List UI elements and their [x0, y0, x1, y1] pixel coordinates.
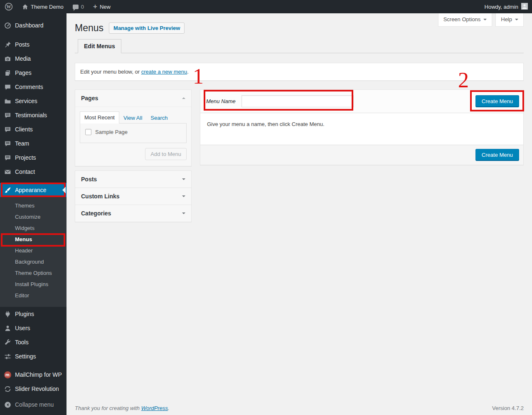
sidebar-item-label: Settings [15, 353, 36, 360]
tab-edit-menus[interactable]: Edit Menus [78, 39, 121, 53]
sidebar-item-pages[interactable]: Pages [0, 66, 66, 80]
categories-metabox-title: Categories [81, 210, 111, 217]
sidebar-item-clients[interactable]: Clients [0, 122, 66, 136]
submenu-item-install-plugins[interactable]: Install Plugins [0, 279, 66, 290]
sidebar-item-label: Slider Revolution [15, 385, 59, 392]
sidebar-item-settings[interactable]: Settings [0, 349, 66, 363]
chat-icon [3, 112, 12, 119]
create-menu-button-bottom[interactable]: Create Menu [475, 149, 519, 161]
appearance-submenu: Themes Customize Widgets Menus Header Ba… [0, 197, 66, 307]
menu-name-bar: Menu Name Create Menu [200, 90, 523, 113]
sidebar-item-plugins[interactable]: Plugins [0, 307, 66, 321]
sidebar-item-media[interactable]: Media [0, 52, 66, 66]
pages-metabox-header[interactable]: Pages [75, 90, 191, 107]
collapse-menu-button[interactable]: Collapse menu [0, 398, 66, 412]
slider-revolution-icon [3, 385, 12, 393]
sidebar-item-label: Users [15, 325, 30, 331]
sidebar-item-projects[interactable]: Projects [0, 151, 66, 165]
site-link[interactable]: Theme Demo [17, 0, 68, 13]
sidebar-item-comments[interactable]: Comments [0, 80, 66, 94]
most-recent-panel: Sample Page [80, 123, 187, 143]
posts-metabox: Posts [75, 170, 192, 188]
categories-metabox-header[interactable]: Categories [75, 205, 191, 222]
custom-links-metabox-header[interactable]: Custom Links [75, 188, 191, 205]
sidebar-item-users[interactable]: Users [0, 321, 66, 335]
submenu-item-themes[interactable]: Themes [0, 200, 66, 211]
home-icon [22, 4, 28, 10]
sidebar-item-label: Projects [15, 154, 36, 161]
sidebar-item-label: Tools [15, 339, 29, 346]
submenu-item-customize[interactable]: Customize [0, 211, 66, 222]
menu-name-input[interactable] [241, 95, 354, 107]
chevron-down-icon [515, 19, 518, 22]
sidebar-item-label: Appearance [15, 187, 47, 193]
create-new-menu-link[interactable]: create a new menu [141, 69, 187, 75]
wordpress-menu[interactable]: W [0, 0, 17, 13]
new-content-menu[interactable]: + New [89, 0, 115, 13]
sidebar-item-team[interactable]: Team [0, 136, 66, 151]
sidebar-item-tools[interactable]: Tools [0, 335, 66, 349]
expand-down-icon [182, 212, 185, 216]
menu-help-text: Give your menu a name, then click Create… [207, 121, 325, 127]
sidebar-item-label: Team [15, 140, 29, 147]
plus-icon: + [93, 3, 97, 10]
screen-options-label: Screen Options [443, 16, 481, 22]
howdy-admin[interactable]: Howdy, admin [485, 4, 518, 10]
sidebar-item-posts[interactable]: Posts [0, 37, 66, 52]
sidebar-item-contact[interactable]: Contact [0, 165, 66, 179]
sample-page-checkbox[interactable] [85, 129, 91, 135]
wrench-icon [3, 339, 12, 346]
collapse-icon [3, 401, 12, 408]
menu-name-label: Menu Name [206, 98, 236, 104]
add-to-menu-button[interactable]: Add to Menu [145, 148, 187, 160]
collapse-up-icon [182, 96, 185, 99]
manage-with-live-preview-button[interactable]: Manage with Live Preview [109, 22, 185, 34]
sidebar-item-mailchimp[interactable]: m MailChimp for WP [0, 368, 66, 382]
pages-metabox-title: Pages [81, 95, 98, 101]
submenu-item-background[interactable]: Background [0, 256, 66, 267]
sidebar-item-label: Testimonials [15, 112, 47, 119]
manage-menus-notice: Edit your menu below, or create a new me… [75, 63, 524, 81]
pages-icon [3, 69, 12, 77]
posts-metabox-title: Posts [81, 176, 97, 183]
tab-most-recent[interactable]: Most Recent [80, 111, 119, 124]
menu-editor-panel: Menu Name Create Menu Give your menu a n… [200, 89, 524, 165]
menu-editor-footer: Create Menu [200, 145, 523, 165]
create-menu-button-top[interactable]: Create Menu [475, 95, 519, 107]
svg-text:W: W [6, 4, 11, 9]
site-name: Theme Demo [31, 4, 64, 10]
submenu-item-theme-options[interactable]: Theme Options [0, 267, 66, 279]
sidebar-item-appearance[interactable]: Appearance [0, 183, 66, 197]
posts-metabox-header[interactable]: Posts [75, 171, 191, 188]
custom-links-metabox-title: Custom Links [81, 193, 120, 200]
sidebar-item-slider-revolution[interactable]: Slider Revolution [0, 382, 66, 396]
sidebar-item-label: Plugins [15, 311, 34, 317]
avatar[interactable] [521, 3, 528, 11]
page-title: Menus [75, 22, 103, 34]
tab-search[interactable]: Search [146, 112, 172, 124]
sidebar-item-services[interactable]: Services [0, 94, 66, 108]
pin-icon [3, 41, 12, 48]
comments-shortcut[interactable]: 0 [68, 0, 89, 13]
submenu-item-header[interactable]: Header [0, 245, 66, 256]
comment-count: 0 [81, 4, 84, 10]
screen-options-button[interactable]: Screen Options [438, 13, 493, 27]
submenu-item-menus[interactable]: Menus [0, 234, 66, 245]
nav-tab-bar: Edit Menus [75, 39, 524, 53]
submenu-item-widgets[interactable]: Widgets [0, 222, 66, 234]
sidebar-item-label: Comments [15, 84, 43, 90]
admin-bar: W Theme Demo 0 + New Howdy, admin [0, 0, 532, 13]
brush-icon [3, 187, 12, 194]
submenu-item-editor[interactable]: Editor [0, 290, 66, 301]
footer-thanks-suffix: . [168, 405, 170, 411]
dashboard-icon [3, 22, 12, 29]
admin-sidebar: Dashboard Posts Media Pages Comments Ser… [0, 13, 66, 415]
camera-icon [3, 55, 12, 62]
sidebar-item-testimonials[interactable]: Testimonials [0, 108, 66, 122]
tab-view-all[interactable]: View All [119, 112, 146, 124]
help-button[interactable]: Help [495, 13, 524, 27]
intro-text: Edit your menu below, or [80, 69, 141, 75]
footer-thanks: Thank you for creating with WordPress. [75, 405, 170, 411]
sidebar-item-dashboard[interactable]: Dashboard [0, 18, 66, 32]
wordpress-link[interactable]: WordPress [141, 405, 168, 411]
